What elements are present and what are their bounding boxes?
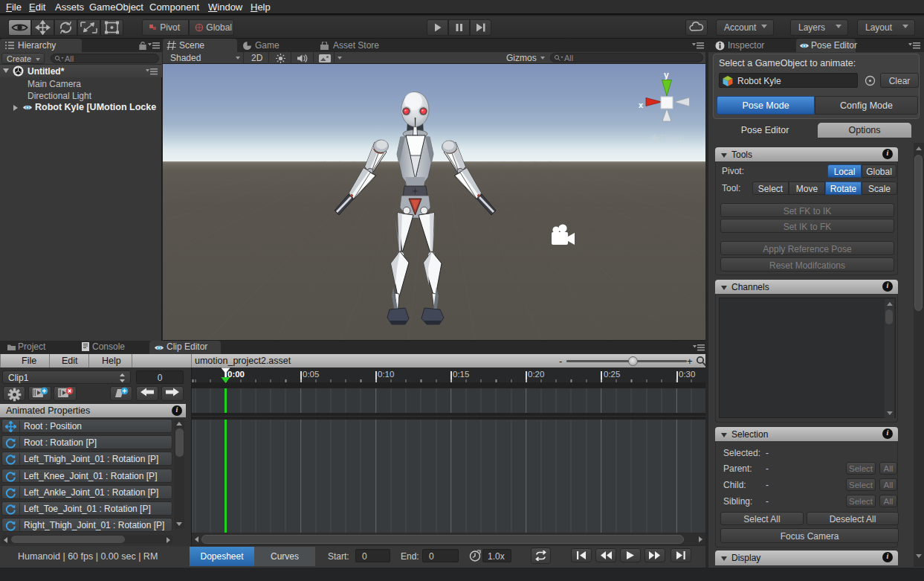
svg-text:x: x	[639, 100, 644, 109]
svg-text:Persp: Persp	[661, 133, 685, 144]
svg-text:y: y	[664, 70, 669, 80]
